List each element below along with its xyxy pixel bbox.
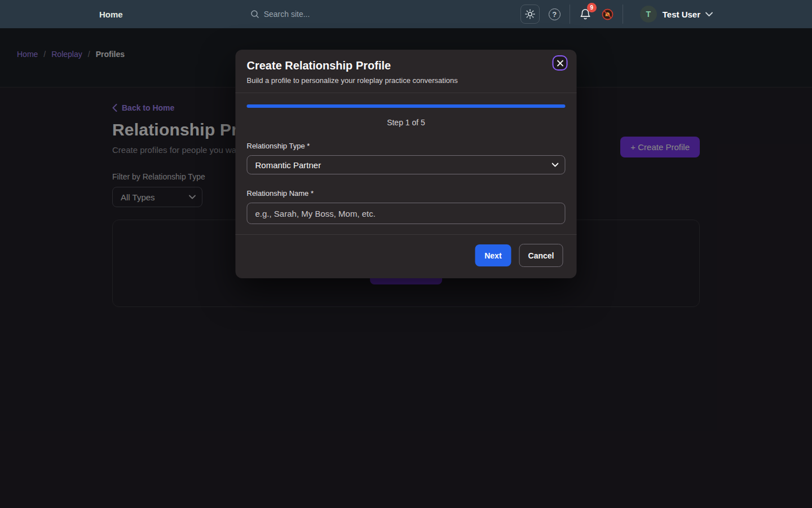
modal-footer: Next Cancel xyxy=(236,234,577,278)
theme-toggle-button[interactable] xyxy=(520,5,540,24)
navbar-divider xyxy=(570,5,570,24)
avatar-initial: T xyxy=(646,10,651,19)
notification-badge: 9 xyxy=(587,3,597,12)
help-button[interactable]: ? xyxy=(549,8,561,20)
sun-icon xyxy=(525,9,535,19)
next-button[interactable]: Next xyxy=(475,244,511,266)
modal-header: Create Relationship Profile Build a prof… xyxy=(236,50,577,93)
relationship-name-input[interactable] xyxy=(247,203,566,224)
cancel-button[interactable]: Cancel xyxy=(519,244,563,267)
relationship-type-label: Relationship Type * xyxy=(247,142,566,150)
navbar-actions: ? 9 xyxy=(520,5,713,24)
user-name[interactable]: Test User xyxy=(663,10,700,19)
search-icon xyxy=(250,10,259,19)
relationship-name-label: Relationship Name * xyxy=(247,189,566,198)
search-input[interactable]: Search site... xyxy=(250,10,310,19)
navbar-divider xyxy=(623,5,623,24)
modal-subtitle: Build a profile to personalize your role… xyxy=(247,76,566,85)
muted-bell-icon xyxy=(602,8,614,20)
modal-body: Step 1 of 5 Relationship Type * Romantic… xyxy=(236,93,577,234)
relationship-type-select-wrap: Romantic Partner xyxy=(247,155,566,174)
search-placeholder: Search site... xyxy=(264,10,310,19)
notifications-muted-button[interactable] xyxy=(602,8,614,20)
chevron-down-icon[interactable] xyxy=(705,12,713,17)
step-indicator: Step 1 of 5 xyxy=(247,118,566,127)
notifications-button[interactable]: 9 xyxy=(579,8,592,20)
close-icon xyxy=(557,60,563,67)
relationship-type-select[interactable]: Romantic Partner xyxy=(247,155,566,174)
question-mark-icon: ? xyxy=(552,10,557,19)
progress-bar xyxy=(247,104,566,108)
top-navbar: Home Search site... xyxy=(0,0,812,28)
user-avatar[interactable]: T xyxy=(640,6,657,23)
navbar-inner: Home Search site... xyxy=(99,0,713,28)
create-relationship-profile-modal: Create Relationship Profile Build a prof… xyxy=(236,50,577,278)
modal-title: Create Relationship Profile xyxy=(247,59,566,72)
close-button[interactable] xyxy=(553,55,568,71)
nav-home-link[interactable]: Home xyxy=(99,10,123,19)
